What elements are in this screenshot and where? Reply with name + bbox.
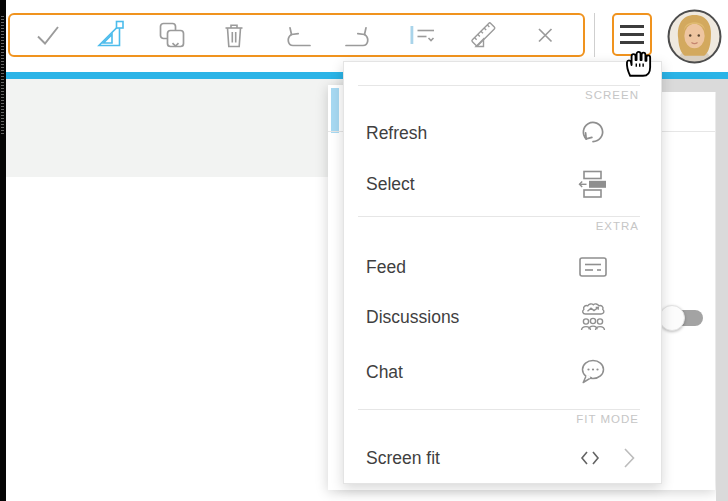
toolbar xyxy=(8,13,585,57)
feed-icon xyxy=(577,251,609,283)
close-icon xyxy=(530,20,560,50)
menu-item-screen-fit[interactable]: Screen fit xyxy=(344,438,661,478)
menu-section-label-fit-mode: FIT MODE xyxy=(576,413,639,427)
copy-button[interactable] xyxy=(156,19,188,51)
confirm-button[interactable] xyxy=(32,19,64,51)
hand-cursor-icon xyxy=(618,40,658,80)
undo-icon xyxy=(282,20,312,50)
menu-item-label: Select xyxy=(366,174,415,195)
menu-item-discussions[interactable]: Discussions xyxy=(344,297,661,337)
right-background-column xyxy=(716,92,728,501)
menu-divider xyxy=(358,409,640,410)
check-icon xyxy=(33,20,63,50)
align-button[interactable] xyxy=(405,19,437,51)
menu-item-refresh[interactable]: Refresh xyxy=(344,113,661,153)
menu-item-feed[interactable]: Feed xyxy=(344,247,661,287)
right-header-strip xyxy=(662,79,728,92)
app-window: SCREEN Refresh Select xyxy=(0,0,728,501)
dropdown-menu: SCREEN Refresh Select xyxy=(343,61,662,484)
ruler-icon xyxy=(468,20,498,50)
toggle-knob xyxy=(659,305,685,331)
menu-item-label: Refresh xyxy=(366,123,427,144)
menu-item-select[interactable]: Select xyxy=(344,164,661,204)
fit-expand-icon[interactable] xyxy=(622,447,636,469)
canvas-region xyxy=(6,79,343,177)
trash-icon xyxy=(219,20,249,50)
select-area-icon xyxy=(95,20,125,50)
left-edge-strip xyxy=(0,0,6,501)
fit-prev-next-icons[interactable] xyxy=(579,450,607,466)
delete-button[interactable] xyxy=(218,19,250,51)
discussions-icon xyxy=(577,301,609,333)
menu-section-label-screen: SCREEN xyxy=(585,89,639,103)
ruler-button[interactable] xyxy=(467,19,499,51)
menu-section-label-extra: EXTRA xyxy=(596,220,639,234)
menu-item-label: Discussions xyxy=(366,307,459,328)
menu-item-label: Feed xyxy=(366,257,406,278)
select-layers-icon xyxy=(577,168,609,200)
menu-item-label: Chat xyxy=(366,362,403,383)
refresh-icon xyxy=(577,117,609,149)
select-area-button[interactable] xyxy=(94,19,126,51)
chat-icon xyxy=(577,356,609,388)
align-list-icon xyxy=(406,20,436,50)
user-avatar[interactable] xyxy=(667,9,722,64)
close-button[interactable] xyxy=(529,19,561,51)
menu-divider xyxy=(358,85,640,86)
undo-button[interactable] xyxy=(281,19,313,51)
toolbar-separator xyxy=(594,13,595,57)
copy-icon xyxy=(157,20,187,50)
redo-button[interactable] xyxy=(343,19,375,51)
panel-tab-accent xyxy=(331,88,339,133)
menu-item-label: Screen fit xyxy=(366,448,440,469)
menu-item-chat[interactable]: Chat xyxy=(344,352,661,392)
redo-icon xyxy=(344,20,374,50)
menu-divider xyxy=(358,216,640,217)
